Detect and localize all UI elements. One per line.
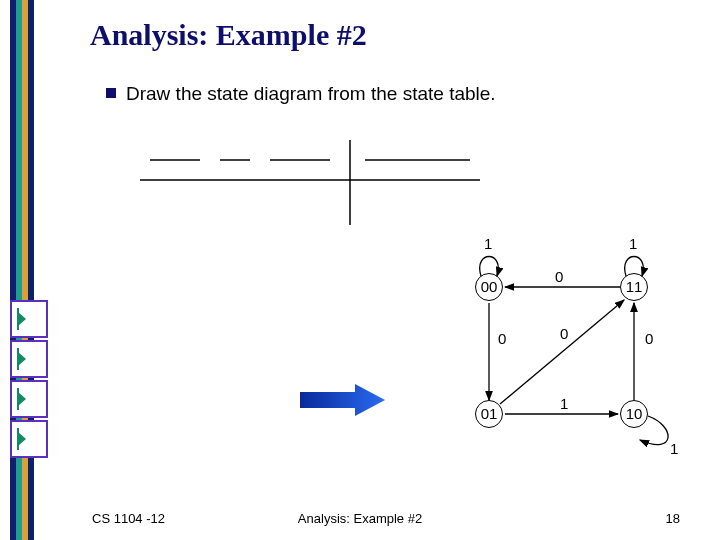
label-loop-00: 1: [484, 235, 492, 252]
footer-center: Analysis: Example #2: [0, 511, 720, 526]
edges: [0, 0, 720, 540]
label-01-11: 0: [560, 325, 568, 342]
state-diagram: 00 11 01 10 1 1 0 0 0 0 1 1: [0, 0, 720, 540]
label-loop-11: 1: [629, 235, 637, 252]
label-11-00: 0: [555, 268, 563, 285]
footer-page-number: 18: [666, 511, 680, 526]
label-01-10: 1: [560, 395, 568, 412]
label-loop-10: 1: [670, 440, 678, 457]
svg-line-17: [500, 300, 624, 404]
label-00-01: 0: [498, 330, 506, 347]
label-10-11: 0: [645, 330, 653, 347]
